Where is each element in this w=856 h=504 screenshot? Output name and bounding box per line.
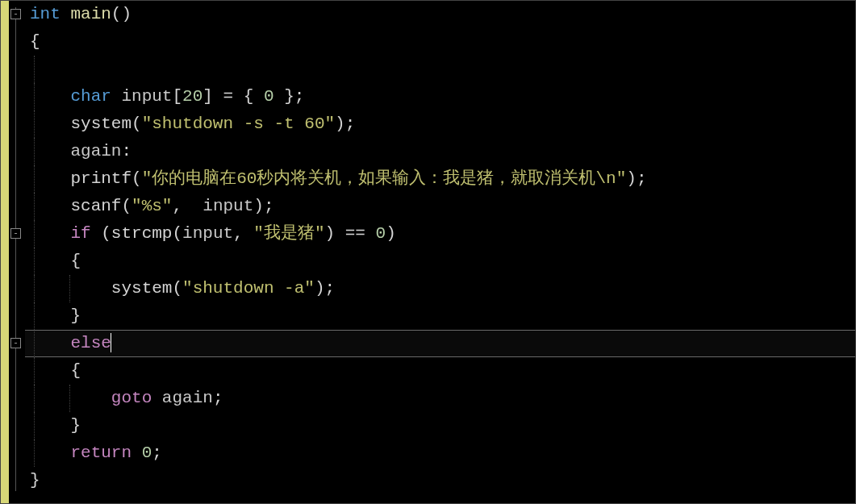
token-sp	[132, 444, 142, 462]
token-kw: int	[30, 5, 61, 23]
token-str-yellow: "我是猪"	[253, 224, 324, 243]
token-sp	[213, 87, 223, 106]
token-paren: (	[172, 224, 182, 243]
code-editor[interactable]: --- int main(){ char input[20] = { 0 }; …	[1, 1, 855, 503]
bookmark-strip[interactable]	[1, 1, 9, 503]
code-line[interactable]: system("shutdown -s -t 60");	[30, 110, 855, 138]
token-sp	[111, 87, 122, 106]
token-op: ==	[345, 224, 365, 243]
fold-gutter[interactable]: ---	[9, 1, 25, 503]
code-line[interactable]: char input[20] = { 0 };	[30, 83, 855, 110]
token-sp	[233, 87, 244, 106]
token-op: ,	[233, 224, 253, 243]
token-brace: }	[274, 87, 294, 106]
code-line[interactable]	[30, 56, 855, 83]
token-paren: (	[172, 279, 182, 298]
code-line[interactable]: goto again;	[30, 385, 855, 412]
code-area[interactable]: int main(){ char input[20] = { 0 }; syst…	[25, 1, 855, 503]
token-func: main	[70, 5, 111, 23]
token-flow: goto	[111, 389, 152, 407]
token-op: ,	[172, 197, 192, 215]
token-sp	[91, 224, 102, 243]
token-ident: input	[203, 197, 253, 215]
token-ident: again	[162, 389, 213, 407]
token-str-yellow: "%s"	[132, 197, 172, 215]
token-str-yellow: "shutdown -s -t 60"	[142, 115, 335, 133]
code-line[interactable]: else	[30, 330, 855, 357]
token-brace: {	[244, 87, 264, 106]
token-funcref: strcmp	[111, 224, 173, 243]
code-line[interactable]: {	[30, 28, 855, 56]
token-op: :	[121, 142, 132, 160]
token-funcref: scanf	[70, 197, 121, 215]
token-num: 0	[142, 444, 152, 462]
token-ident: input	[121, 87, 172, 106]
token-funcref: system	[70, 115, 132, 133]
token-sp	[335, 224, 345, 243]
token-paren: )	[626, 169, 637, 188]
token-brace: {	[70, 252, 81, 270]
token-num: 0	[264, 87, 274, 106]
token-op: =	[223, 87, 234, 106]
code-line[interactable]: again:	[30, 138, 855, 165]
token-ident: again	[70, 142, 121, 160]
code-line[interactable]: return 0;	[30, 439, 855, 467]
code-line[interactable]: scanf("%s", input);	[30, 193, 855, 220]
token-paren: [	[172, 87, 182, 106]
token-semi: ;	[152, 444, 162, 462]
fold-toggle-icon[interactable]: -	[10, 338, 21, 348]
token-sp	[193, 197, 203, 215]
token-semi: ;	[345, 115, 356, 133]
token-brace: {	[70, 361, 81, 380]
token-semi: ;	[637, 169, 647, 188]
token-brace: {	[30, 32, 40, 51]
token-paren: (	[132, 115, 142, 133]
code-line[interactable]: if (strcmp(input, "我是猪") == 0)	[30, 220, 855, 248]
token-brace: }	[70, 416, 81, 435]
token-kw: char	[70, 87, 111, 106]
token-semi: ;	[264, 197, 274, 215]
token-paren: )	[325, 224, 336, 243]
code-line[interactable]: }	[30, 467, 855, 494]
token-paren: )	[386, 224, 396, 243]
code-line[interactable]: system("shutdown -a");	[30, 275, 855, 302]
token-brace: }	[70, 306, 81, 325]
token-num: 0	[376, 224, 386, 243]
code-line[interactable]: {	[30, 357, 855, 385]
token-ident: input	[182, 224, 233, 243]
code-line[interactable]: }	[30, 302, 855, 330]
token-paren: (	[121, 197, 132, 215]
token-paren: )	[253, 197, 264, 215]
token-str-yellow: "shutdown -a"	[182, 279, 315, 298]
token-paren: )	[335, 115, 345, 133]
code-line[interactable]: }	[30, 412, 855, 439]
token-sp	[365, 224, 376, 243]
token-paren: ()	[111, 5, 132, 23]
token-flow: else	[70, 334, 111, 352]
token-str-yellow: "你的电脑在60秒内将关机，如果输入：我是猪，就取消关机\n"	[142, 169, 627, 188]
fold-toggle-icon[interactable]: -	[10, 228, 21, 239]
token-semi: ;	[213, 389, 223, 407]
token-paren: )	[315, 279, 325, 298]
token-flow: if	[70, 224, 90, 243]
token-sp	[152, 389, 162, 407]
code-line[interactable]: printf("你的电脑在60秒内将关机，如果输入：我是猪，就取消关机\n");	[30, 165, 855, 193]
token-flow: return	[70, 444, 132, 462]
token-funcref: printf	[70, 169, 132, 188]
token-semi: ;	[325, 279, 336, 298]
text-cursor	[111, 333, 111, 352]
token-paren: ]	[203, 87, 213, 106]
token-funcref: system	[111, 279, 173, 298]
fold-toggle-icon[interactable]: -	[10, 9, 21, 19]
code-line[interactable]: int main()	[30, 1, 855, 28]
token-paren: (	[101, 224, 111, 243]
token-paren: (	[132, 169, 142, 188]
token-sp	[61, 5, 71, 23]
token-brace: }	[30, 471, 40, 489]
code-line[interactable]: {	[30, 248, 855, 275]
token-num: 20	[182, 87, 203, 106]
token-semi: ;	[294, 87, 305, 106]
